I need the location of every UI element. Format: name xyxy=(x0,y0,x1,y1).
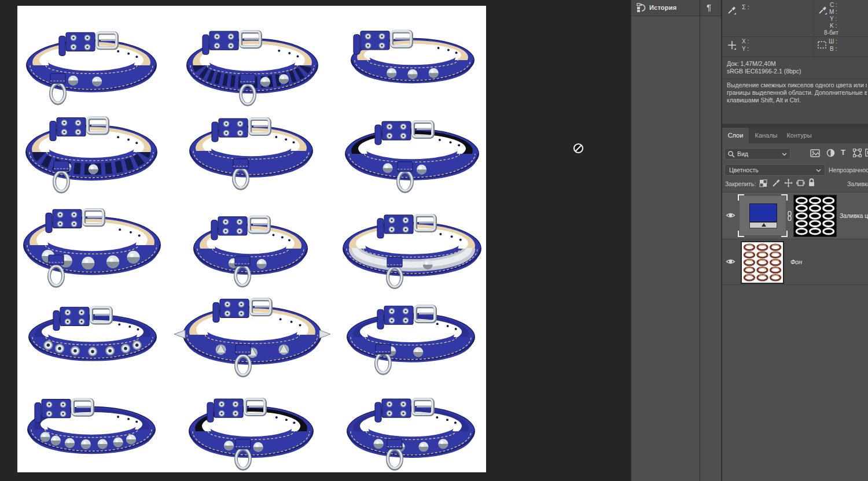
blend-mode-dropdown[interactable]: Цветность xyxy=(724,164,825,176)
collar-r2c2 xyxy=(189,119,313,188)
tool-hint-line: Выделение смежных пикселов одного цвета … xyxy=(727,82,867,89)
selection-bracket xyxy=(781,194,788,201)
tool-hint-line: клавишами Shift, Alt и Ctrl. xyxy=(727,97,867,104)
document-canvas[interactable] xyxy=(17,6,486,472)
collar-r5c3 xyxy=(347,399,475,469)
history-icon xyxy=(637,3,646,13)
collar-r4c2 xyxy=(174,299,330,375)
paragraph-panel-tab[interactable]: ¶ xyxy=(700,0,721,16)
mask-link-chain-icon[interactable] xyxy=(787,211,792,221)
collar-r5c1 xyxy=(27,399,156,453)
lock-transparency-icon[interactable] xyxy=(759,179,767,187)
info-x-label: X : xyxy=(742,38,749,45)
layer-mask-thumbnail[interactable] xyxy=(793,195,837,237)
color-profile-readout: sRGB IEC61966-2.1 (8bpc) xyxy=(727,68,801,75)
lock-paint-brush-icon[interactable] xyxy=(772,179,781,187)
filter-shape-layers-icon[interactable] xyxy=(853,149,862,157)
eyedropper-icon xyxy=(818,5,828,16)
ramp-marker xyxy=(762,223,766,227)
tab-channels[interactable]: Каналы xyxy=(751,128,781,143)
tool-hint: Выделение смежных пикселов одного цвета … xyxy=(727,82,867,116)
history-panel: История xyxy=(631,0,700,481)
photoshop-workspace: История ¶ Σ : C : M : Y : K : 8-бит xyxy=(0,0,868,481)
visibility-eye-icon[interactable] xyxy=(726,212,735,219)
history-panel-title: История xyxy=(649,4,676,11)
info-h-label: В : xyxy=(830,46,837,52)
collar-r2c3 xyxy=(345,121,479,191)
separator xyxy=(722,36,868,37)
info-w-label: Ш : xyxy=(829,38,837,45)
filter-type-layers-icon[interactable]: T xyxy=(841,148,845,157)
opacity-label: Непрозрачность xyxy=(829,166,868,173)
eyedropper-icon xyxy=(727,5,737,16)
history-panel-header[interactable]: История xyxy=(631,0,700,16)
panel-gap xyxy=(722,124,868,128)
selection-bracket xyxy=(781,231,788,237)
chevron-down-icon xyxy=(816,169,821,172)
collar-r5c2 xyxy=(189,399,314,469)
fill-label: Заливка xyxy=(847,180,868,187)
paragraph-icon: ¶ xyxy=(707,2,711,12)
info-y-label: Y : xyxy=(742,46,749,52)
tool-hint-line: границы выделенной области. Дополнительн… xyxy=(727,89,867,97)
filter-adjustment-layers-icon[interactable] xyxy=(826,149,835,157)
lock-artboard-icon[interactable] xyxy=(796,179,805,187)
chevron-down-icon xyxy=(782,153,787,156)
paragraph-panel-column: ¶ xyxy=(700,0,721,481)
marquee-icon xyxy=(817,40,827,50)
collar-r4c3 xyxy=(347,306,475,373)
separator xyxy=(722,57,868,57)
collar-grid-image xyxy=(17,6,486,472)
collar-r3c3 xyxy=(343,215,481,287)
lock-position-move-icon[interactable] xyxy=(784,179,793,187)
collar-r2c1 xyxy=(25,117,157,191)
info-bit-depth: 8-бит xyxy=(824,29,838,36)
layer-filter-field[interactable]: Вид xyxy=(724,148,790,160)
lock-label: Закрепить: xyxy=(725,180,756,187)
layer-name[interactable]: Заливка цв xyxy=(840,212,868,219)
selection-bracket xyxy=(738,194,744,201)
blend-mode-value: Цветность xyxy=(729,166,759,173)
selection-bracket xyxy=(738,231,744,237)
visibility-eye-icon[interactable] xyxy=(726,258,735,265)
right-panel-group: Σ : C : M : Y : K : 8-бит X : Y : Ш : В … xyxy=(722,0,868,481)
info-column-divider xyxy=(814,0,814,57)
filter-smart-object-icon[interactable] xyxy=(865,149,868,157)
fill-color-swatch xyxy=(749,204,777,222)
collar-r3c2 xyxy=(193,217,308,286)
background-layer-thumbnail[interactable] xyxy=(741,241,784,284)
collar-r1c2 xyxy=(186,31,318,105)
info-c-label: C : xyxy=(830,2,837,8)
layers-panel-body: Вид T xyxy=(722,143,868,481)
info-k-label: K : xyxy=(830,23,837,29)
tab-layers[interactable]: Слои xyxy=(722,128,749,143)
crosshair-icon xyxy=(727,40,737,51)
collar-r1c1 xyxy=(26,32,157,103)
collar-r1c3 xyxy=(351,31,475,82)
collar-r3c1 xyxy=(23,209,161,286)
layer-row-background[interactable]: Фон xyxy=(722,239,868,285)
layer-row-color-fill[interactable]: Заливка цв xyxy=(722,192,868,239)
document-size-readout: Док: 1,47M/2,40M xyxy=(727,60,776,67)
no-entry-cursor-icon xyxy=(573,143,584,154)
search-icon xyxy=(727,150,735,158)
color-fill-thumbnail[interactable] xyxy=(740,196,786,235)
info-y-label: Y : xyxy=(830,16,837,22)
layers-tabbar: Слои Каналы Контуры xyxy=(722,128,868,143)
info-sum-label: Σ : xyxy=(742,3,749,10)
layer-name[interactable]: Фон xyxy=(790,258,802,265)
lock-all-padlock-icon[interactable] xyxy=(808,178,815,187)
info-m-label: M : xyxy=(829,9,837,15)
filter-pixel-layers-icon[interactable] xyxy=(810,149,820,157)
canvas-pasteboard[interactable] xyxy=(0,0,630,481)
collar-r4c1 xyxy=(28,307,157,360)
tab-paths[interactable]: Контуры xyxy=(784,128,815,143)
layer-filter-label: Вид xyxy=(737,150,748,157)
separator xyxy=(722,79,868,79)
fill-color-ramp xyxy=(749,222,777,228)
